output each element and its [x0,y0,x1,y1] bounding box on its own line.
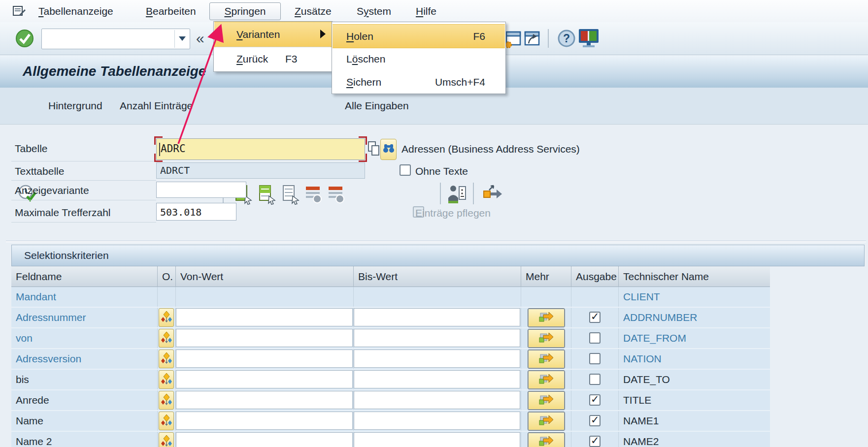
menu-item-label: schen [358,53,385,64]
technical-name: DATE_FROM [623,328,686,348]
ohne-texte-label: Ohne Texte [415,165,468,177]
system-menu-icon[interactable] [13,5,26,19]
menu-label: pringen [231,5,266,17]
bis-wert-input[interactable] [354,370,520,388]
menu-system[interactable]: System [357,0,391,22]
field-label: Adressversion [16,349,81,369]
create-shortcut-icon[interactable] [523,29,541,51]
menu-zusaetze[interactable]: Zusätze [295,0,332,22]
selection-options-button[interactable] [159,412,174,430]
col-mehr: Mehr [521,266,571,287]
ausgabe-checkbox[interactable] [589,312,601,323]
search-help-button[interactable] [380,139,397,160]
collapse-toolbar-button[interactable]: « [196,23,204,54]
table-row: von DATE_FROM [11,328,770,349]
mehr-button[interactable] [528,412,565,430]
divider [11,222,156,223]
bis-wert-input[interactable] [354,432,520,447]
divider [11,161,156,161]
enter-ok-icon[interactable] [15,29,34,50]
svg-text:?: ? [563,32,570,45]
ausgabe-checkbox[interactable] [589,353,601,364]
new-session-icon[interactable] [504,29,522,51]
menu-item-label: ichern [353,76,381,88]
von-wert-input[interactable] [176,350,353,368]
col-bis-wert: Bis-Wert [354,266,521,287]
mehr-button[interactable] [528,371,565,389]
menu-mnemonic: y [364,5,369,17]
ausgabe-checkbox[interactable] [589,415,601,426]
menu-springen[interactable]: Springen [209,2,281,20]
von-wert-input[interactable] [176,308,353,326]
selection-options-button[interactable] [159,308,174,327]
menu-item-loeschen[interactable]: Löschen [333,47,505,70]
selection-options-button[interactable] [159,370,174,389]
ausgabe-checkbox[interactable] [589,436,601,447]
von-wert-input[interactable] [176,432,353,447]
bis-wert-input[interactable] [354,350,520,368]
bis-wert-input[interactable] [354,412,520,430]
ohne-texte-checkbox[interactable] [400,164,411,176]
selection-options-button[interactable] [159,350,174,368]
diamond-trio-icon [161,435,172,447]
mehr-button[interactable] [528,350,565,368]
customize-layout-icon[interactable] [577,28,600,51]
von-wert-input[interactable] [176,329,353,347]
chevron-down-icon[interactable] [179,36,186,41]
tabelle-value: ADRC [161,143,186,155]
selection-options-button[interactable] [159,329,174,348]
field-label: Anrede [16,390,49,410]
mehr-button[interactable] [528,433,565,447]
von-wert-input[interactable] [176,412,353,430]
von-wert-input[interactable] [176,370,353,388]
anzeigevariante-input[interactable] [156,182,246,198]
selection-options-button[interactable] [159,432,174,447]
command-field[interactable] [41,29,190,49]
menu-hilfe[interactable]: Hilfe [416,0,436,22]
user-parameters-icon[interactable] [447,183,467,207]
von-wert-input[interactable] [176,391,353,409]
mehr-button[interactable] [528,329,565,348]
table-row: Name 2 NAME2 [11,432,770,447]
max-trefferzahl-input[interactable]: 503.018 [156,203,236,221]
menu-tabellenanzeige[interactable]: Tabellenanzeige [38,0,113,22]
menu-item-zurueck[interactable]: Zurück F3 [214,47,332,71]
divider [473,183,474,204]
field-label: Mandant [16,287,56,307]
divider [174,30,175,48]
delete-selection-icon[interactable] [304,185,323,206]
mehr-button[interactable] [528,391,565,410]
tabelle-input[interactable]: ADRC [156,138,365,160]
delete-all-entries-icon[interactable] [327,185,346,206]
binoculars-icon [383,143,395,154]
menu-bearbeiten[interactable]: Bearbeiten [146,0,196,22]
choose-partial-fields-icon[interactable] [258,184,277,207]
help-icon[interactable]: ? [557,29,576,50]
menu-item-holen[interactable]: Holen F6 [333,24,505,48]
selection-group-header: Selektionskriterien [11,245,865,266]
menu-label: ilfe [423,5,436,17]
export-icon[interactable] [482,184,503,206]
menu-item-sichern[interactable]: Sichern Umsch+F4 [333,70,505,94]
bis-wert-input[interactable] [354,308,520,326]
multiple-selection-icon [538,331,554,344]
selection-table: Feldname O. Von-Wert Bis-Wert Mehr Ausga… [11,266,770,447]
menu-item-label: olen [354,31,373,42]
menu-label: earbeiten [153,5,196,17]
hintergrund-button[interactable]: Hintergrund [48,88,102,124]
bis-wert-input[interactable] [354,329,520,347]
ausgabe-checkbox[interactable] [589,374,601,385]
menu-item-mnemonic: H [346,31,354,42]
table-row: Adressnummer ADDRNUMBER [11,308,770,328]
bis-wert-input[interactable] [354,391,520,409]
anzahl-eintraege-button[interactable]: Anzahl Einträge [120,88,193,124]
ausgabe-checkbox[interactable] [589,332,601,344]
col-o: O. [158,266,176,287]
mehr-button[interactable] [528,309,565,327]
menu-label: stem [369,5,392,17]
ausgabe-checkbox[interactable] [589,394,601,406]
deselect-fields-icon[interactable] [282,184,300,207]
selection-options-button[interactable] [159,391,174,410]
menu-item-varianten[interactable]: Varianten [214,22,332,47]
copy-icon[interactable] [367,141,380,160]
